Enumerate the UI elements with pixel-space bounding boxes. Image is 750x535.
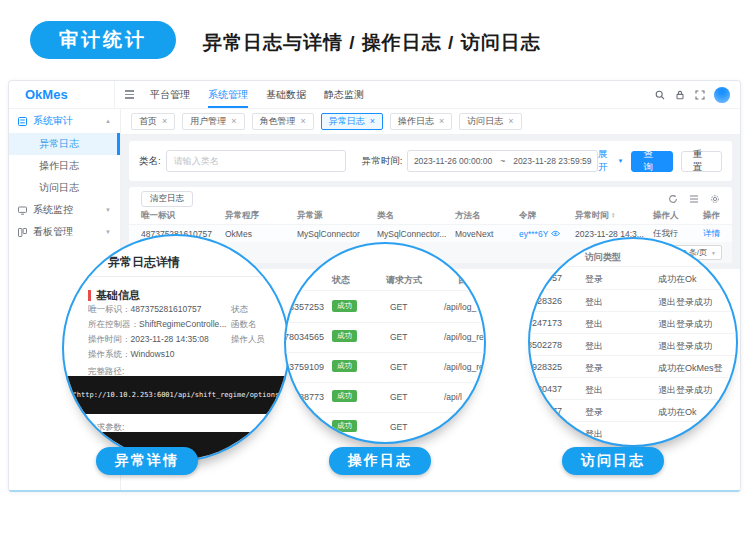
sidebar-item-exception-log[interactable]: 异常日志 <box>9 133 120 155</box>
density-icon[interactable] <box>689 194 699 204</box>
chevron-down-icon: ▼ <box>711 250 716 256</box>
status-badge-success: 成功 <box>332 360 357 372</box>
status-badge-success: 成功 <box>332 390 357 402</box>
top-nav: 平台管理 系统管理 基础数据 静态监测 <box>150 81 364 108</box>
full-path-value: "http://10.10.2.253:6001/api/shift_regim… <box>73 391 284 399</box>
caption-operation-log: 操作日志 <box>329 447 431 475</box>
sidebar-item-access-log[interactable]: 访问日志 <box>9 177 120 199</box>
filter-actions: 展开▼ 查询 重置 <box>598 148 722 174</box>
access-row-id: 7388248502278 <box>528 340 562 350</box>
close-icon[interactable]: × <box>231 117 236 126</box>
tab-label: 首页 <box>139 115 157 128</box>
divider <box>286 352 484 353</box>
monitor-icon <box>18 206 27 215</box>
date-range-picker[interactable]: 2023-11-26 00:00:00 ~ 2023-11-28 23:59:5… <box>407 150 598 172</box>
nav-item-monitor[interactable]: 静态监测 <box>324 81 364 108</box>
status-badge-success: 成功 <box>332 300 357 312</box>
access-row-id: 407706247173 <box>528 318 562 328</box>
access-row-id: 407455928325 <box>528 362 562 372</box>
divider <box>530 399 736 400</box>
divider <box>286 412 484 413</box>
cell-token[interactable]: ey***6Y <box>519 229 575 239</box>
access-row-result: 退出登录成功 <box>658 296 712 309</box>
date-from: 2023-11-26 00:00:00 <box>414 156 492 166</box>
sidebar-group-audit[interactable]: 系统审计 ▲ <box>9 109 120 133</box>
field-value: Windows10 <box>131 349 175 359</box>
fullscreen-icon[interactable] <box>694 89 705 100</box>
expand-link[interactable]: 展开▼ <box>598 148 623 174</box>
access-row-type: 登出 <box>585 318 603 331</box>
nav-item-system[interactable]: 系统管理 <box>208 81 248 108</box>
op-row-target: /api/log_ <box>444 302 476 312</box>
divider <box>530 377 736 378</box>
tab-roles[interactable]: 角色管理× <box>252 113 314 130</box>
op-row-id: 5478034565 <box>284 332 324 342</box>
nav-item-platform[interactable]: 平台管理 <box>150 81 190 108</box>
magnifier-circle-detail: ← 异常日志详情 基础信息 唯一标识：487375281610757 所在控制器… <box>62 234 290 462</box>
close-icon[interactable]: × <box>508 117 513 126</box>
divider <box>530 289 736 290</box>
close-icon[interactable]: × <box>162 117 167 126</box>
nav-item-basedata[interactable]: 基础数据 <box>266 81 306 108</box>
cell-operator: 任我行 <box>653 228 697 240</box>
access-row-result: 退出登录成功 <box>658 384 712 397</box>
cell-class: MySqlConnector... <box>377 229 455 239</box>
audit-icon <box>18 117 27 126</box>
magnifier-circle-access: 访问类型 477957 登录 成功在Ok 7455928326 登出 退出登录成… <box>528 237 738 447</box>
cell-source: MySqlConnector <box>297 229 377 239</box>
caret-down-icon: ▼ <box>105 207 111 213</box>
tab-label: 异常日志 <box>329 115 365 128</box>
sidebar-item-operation-log[interactable]: 操作日志 <box>9 155 120 177</box>
close-icon[interactable]: × <box>301 117 306 126</box>
access-col-type: 访问类型 <box>585 251 621 264</box>
caret-down-icon: ▼ <box>105 229 111 235</box>
detail-section-title: 基础信息 <box>88 288 140 303</box>
menu-collapse-icon[interactable] <box>125 90 134 99</box>
full-path-code-block: "http://10.10.2.253:6001/api/shift_regim… <box>62 376 290 414</box>
op-row-method: GET <box>390 302 407 312</box>
op-row-id: 253759109 <box>284 362 324 372</box>
tab-home[interactable]: 首页× <box>131 113 175 130</box>
tab-users[interactable]: 用户管理× <box>182 113 244 130</box>
lock-icon[interactable] <box>674 89 685 100</box>
access-row-type: 登录 <box>585 273 603 286</box>
access-row-type: 登录 <box>585 406 603 419</box>
cell-program: OkMes <box>225 229 297 239</box>
tab-access-log[interactable]: 访问日志× <box>459 113 521 130</box>
expand-label: 展开 <box>598 148 614 174</box>
settings-gear-icon[interactable] <box>710 194 720 204</box>
search-icon[interactable] <box>654 89 665 100</box>
reset-button[interactable]: 重置 <box>681 151 722 172</box>
query-button[interactable]: 查询 <box>631 151 672 172</box>
screenshot-root: 审计统计 异常日志与详情 / 操作日志 / 访问日志 管理员-S002 管理员-… <box>0 0 750 535</box>
caption-access-log: 访问日志 <box>562 447 664 475</box>
col-time[interactable]: 异常时间▲▼ <box>575 210 653 222</box>
date-to: 2023-11-28 23:59:59 <box>513 156 591 166</box>
user-avatar[interactable] <box>714 87 730 103</box>
status-badge-success: 成功 <box>332 420 357 432</box>
clear-logs-button[interactable]: 清空日志 <box>141 191 193 207</box>
access-row-type: 登出 <box>585 340 603 353</box>
tab-exception-log[interactable]: 异常日志× <box>321 113 383 130</box>
divider <box>286 290 484 291</box>
divider <box>286 382 484 383</box>
close-icon[interactable]: × <box>439 117 444 126</box>
op-col-status: 状态 <box>332 274 350 287</box>
eye-icon[interactable] <box>551 230 560 237</box>
sidebar-group-kanban[interactable]: 看板管理 ▼ <box>9 221 120 243</box>
header-actions <box>654 87 740 103</box>
divider <box>530 266 736 267</box>
col-method: 方法名 <box>455 210 519 222</box>
class-name-input[interactable] <box>166 150 346 172</box>
refresh-icon[interactable] <box>668 194 678 204</box>
col-action: 操作 <box>697 210 720 222</box>
caret-up-icon: ▲ <box>105 118 111 124</box>
app-logo: OkMes <box>9 81 115 108</box>
sort-icon[interactable]: ▲▼ <box>611 212 615 219</box>
col-operator: 操作人 <box>653 210 697 222</box>
detail-link[interactable]: 详情 <box>697 228 720 240</box>
close-icon[interactable]: × <box>370 117 375 126</box>
op-col-method: 请求方式 <box>386 274 422 287</box>
tab-operation-log[interactable]: 操作日志× <box>390 113 452 130</box>
sidebar-group-monitor[interactable]: 系统监控 ▼ <box>9 199 120 221</box>
